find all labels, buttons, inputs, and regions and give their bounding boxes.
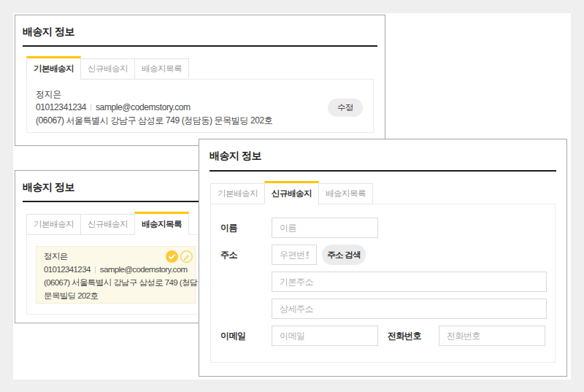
tab-bar: 기본배송지 신규배송지 배송지목록 <box>26 56 374 80</box>
postal-row: 주소 주소 검색 <box>220 245 555 265</box>
tab-default-address[interactable]: 기본배송지 <box>26 214 81 235</box>
tab-address-list[interactable]: 배송지목록 <box>134 58 189 80</box>
edit-button[interactable]: 수정 <box>328 99 363 117</box>
recipient-phone: 01012341234 <box>36 102 86 112</box>
tab-address-list[interactable]: 배송지목록 <box>318 183 373 204</box>
page: 배송지 정보 기본배송지 신규배송지 배송지목록 정지은 01012341234… <box>0 0 584 392</box>
tab-new-address[interactable]: 신규배송지 <box>80 58 135 80</box>
name-row: 이름 <box>220 218 555 238</box>
separator <box>95 266 96 273</box>
address-label: 주소 <box>220 249 272 261</box>
tab-default-address[interactable]: 기본배송지 <box>210 183 265 204</box>
separator <box>91 104 91 111</box>
tab-new-address[interactable]: 신규배송지 <box>264 181 319 204</box>
default-check-icon[interactable] <box>166 250 178 263</box>
detail-address-row <box>272 299 555 319</box>
recipient-contact: 01012341234sample@codemstory.com <box>44 263 188 276</box>
phone-input[interactable] <box>439 326 545 346</box>
panel-title: 배송지 정보 <box>23 26 377 39</box>
default-address-panel: 배송지 정보 기본배송지 신규배송지 배송지목록 정지은 01012341234… <box>15 15 385 146</box>
name-input[interactable] <box>272 218 378 238</box>
recipient-contact: 01012341234sample@codemstory.com <box>36 101 364 114</box>
address-card[interactable]: 정지은 01012341234sample@codemstory.com (06… <box>36 246 196 304</box>
name-label: 이름 <box>220 222 272 234</box>
base-address-input[interactable] <box>272 272 547 292</box>
recipient-address: (06067) 서울특별시 강남구 삼성로 749 (청담동) 문목빌딩 202… <box>36 114 364 127</box>
tab-address-list[interactable]: 배송지목록 <box>134 212 189 235</box>
new-address-form: 이름 주소 주소 검색 이메일 전화번호 <box>210 204 556 363</box>
title-divider <box>210 170 556 172</box>
title-divider <box>23 45 377 47</box>
address-search-button[interactable]: 주소 검색 <box>322 245 366 265</box>
edit-pencil-icon[interactable] <box>180 250 193 263</box>
recipient-phone: 01012341234 <box>44 265 91 274</box>
card-actions <box>166 250 193 263</box>
recipient-email: sample@codemstory.com <box>100 265 188 274</box>
address-info-box: 정지은 01012341234sample@codemstory.com (06… <box>26 79 374 133</box>
recipient-address-line1: (06067) 서울특별시 강남구 삼성로 749 (청담동) <box>44 276 188 289</box>
postal-code-input[interactable] <box>272 245 317 265</box>
email-label: 이메일 <box>220 330 272 342</box>
tab-new-address[interactable]: 신규배송지 <box>80 214 135 235</box>
base-address-row <box>272 272 555 292</box>
recipient-address-line2: 문목빌딩 202호 <box>44 289 188 302</box>
phone-label: 전화번호 <box>388 330 439 342</box>
recipient-email: sample@codemstory.com <box>96 102 191 112</box>
tab-default-address[interactable]: 기본배송지 <box>26 56 81 80</box>
detail-address-input[interactable] <box>272 299 547 319</box>
recipient-name: 정지은 <box>36 88 364 101</box>
email-input[interactable] <box>272 326 378 346</box>
new-address-panel: 배송지 정보 기본배송지 신규배송지 배송지목록 이름 주소 주소 검색 <box>199 139 567 377</box>
panel-title: 배송지 정보 <box>210 150 556 163</box>
email-phone-row: 이메일 전화번호 <box>220 326 555 346</box>
tab-bar: 기본배송지 신규배송지 배송지목록 <box>210 181 556 204</box>
